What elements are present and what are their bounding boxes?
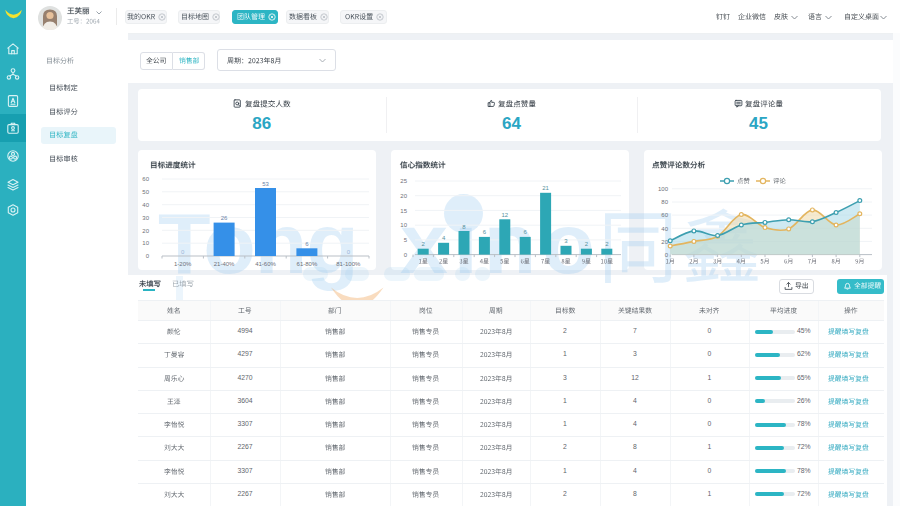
svg-text:0: 0 (181, 249, 185, 255)
svg-text:5: 5 (404, 237, 408, 243)
svg-text:0: 0 (347, 249, 351, 255)
svg-text:2: 2 (422, 241, 426, 247)
svg-text:61-80%: 61-80% (297, 261, 318, 267)
svg-text:60: 60 (142, 176, 149, 182)
svg-text:0: 0 (665, 252, 669, 258)
svg-text:2: 2 (585, 241, 589, 247)
svg-text:20: 20 (400, 193, 407, 199)
svg-text:6: 6 (524, 229, 528, 235)
svg-text:21-40%: 21-40% (214, 261, 235, 267)
svg-text:21: 21 (542, 185, 549, 191)
svg-text:1-20%: 1-20% (174, 261, 192, 267)
svg-text:2: 2 (605, 241, 609, 247)
svg-text:0: 0 (146, 253, 150, 259)
svg-text:60: 60 (661, 212, 668, 218)
svg-text:40: 40 (142, 202, 149, 208)
svg-text:20: 20 (661, 239, 668, 245)
svg-text:3: 3 (564, 238, 568, 244)
svg-text:4: 4 (442, 235, 446, 241)
svg-text:6: 6 (483, 229, 487, 235)
svg-text:40: 40 (661, 226, 668, 232)
svg-text:6: 6 (305, 241, 309, 247)
svg-text:53: 53 (262, 181, 269, 187)
svg-text:20: 20 (142, 228, 149, 234)
svg-text:80: 80 (661, 199, 668, 205)
svg-text:8: 8 (462, 224, 466, 230)
svg-text:50: 50 (142, 189, 149, 195)
svg-text:41-60%: 41-60% (255, 261, 276, 267)
svg-text:25: 25 (400, 178, 407, 184)
svg-text:30: 30 (142, 215, 149, 221)
svg-text:100: 100 (658, 186, 669, 192)
svg-text:12: 12 (501, 212, 508, 218)
svg-text:15: 15 (400, 208, 407, 214)
svg-text:81-100%: 81-100% (336, 261, 361, 267)
svg-text:26: 26 (221, 215, 228, 221)
svg-text:0: 0 (404, 252, 408, 258)
svg-text:10: 10 (142, 240, 149, 246)
svg-text:10: 10 (400, 222, 407, 228)
